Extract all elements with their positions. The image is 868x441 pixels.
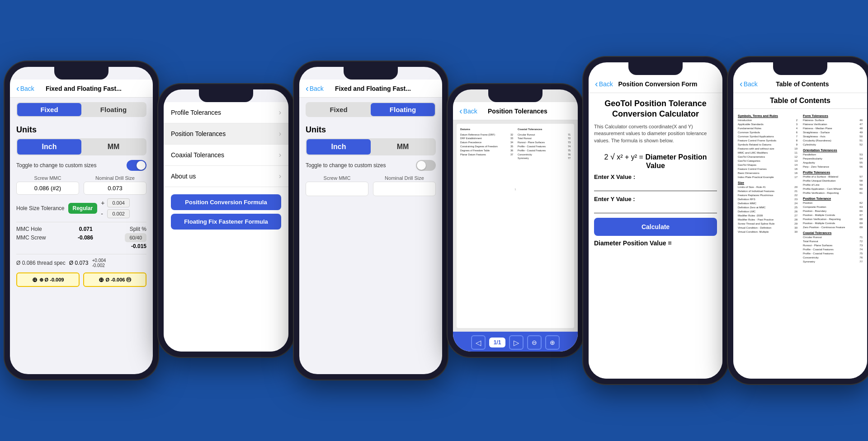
screw-mmc-group: Screw MMC 0.086 (#2) bbox=[16, 175, 79, 195]
unit-mm-1[interactable]: MM bbox=[81, 139, 146, 155]
plus-box[interactable]: 0.004 bbox=[107, 198, 130, 207]
seg-floating-1[interactable]: Floating bbox=[81, 103, 146, 116]
toc-left-col: Symbols, Terms and Rules Introduction2 A… bbox=[738, 113, 797, 264]
toc-entry: Profile of a Surface - Bilateral57 bbox=[803, 175, 863, 179]
pdf-zoom-out-btn[interactable]: ⊖ bbox=[527, 335, 542, 350]
menu-item-position[interactable]: Position Tolerances › bbox=[164, 123, 288, 145]
mmc-screw-label: MMC Screw bbox=[16, 235, 46, 241]
split-btn[interactable]: 60/40 bbox=[125, 233, 146, 242]
regular-button[interactable]: Regular bbox=[68, 203, 98, 214]
mmc-screw-row: MMC Screw -0.086 60/40 bbox=[16, 233, 146, 242]
back-button-3[interactable]: Back bbox=[306, 83, 324, 94]
menu-item-coaxial[interactable]: Coaxial Tolerances › bbox=[164, 145, 288, 166]
input-row-top-1: Screw MMC 0.086 (#2) Nominal Drill Size … bbox=[10, 174, 153, 197]
back-button-6[interactable]: Back bbox=[740, 79, 758, 89]
menu-item-about[interactable]: About us › bbox=[164, 166, 288, 187]
toc-entry: Features with and without size10 bbox=[738, 147, 797, 151]
toc-entry: Modifier Rules - Past Practice28 bbox=[738, 218, 797, 222]
form-desc: This Calculator converts coordinate(X an… bbox=[594, 123, 717, 144]
unit-inch-1[interactable]: Inch bbox=[17, 139, 81, 155]
divider-2 bbox=[16, 254, 146, 254]
back-button-4[interactable]: Back bbox=[459, 106, 477, 116]
seg-fixed-3[interactable]: Fixed bbox=[307, 103, 371, 116]
toc-entry: Profile Application - Cam Wheel60 bbox=[803, 187, 863, 191]
notch-2 bbox=[199, 89, 253, 102]
minus-row: - 0.002 bbox=[101, 209, 130, 218]
screw-mmc-input[interactable]: 0.086 (#2) bbox=[16, 182, 79, 195]
back-button-1[interactable]: Back bbox=[16, 83, 34, 94]
pdf-page: Datums Datum Reference Frame (DRF) 32 DR… bbox=[457, 124, 574, 328]
nominal-drill-input[interactable]: 0.073 bbox=[84, 182, 146, 195]
form-screen: GeoTol Position Tolerance Conversion Cal… bbox=[589, 93, 722, 379]
minus-box[interactable]: 0.002 bbox=[107, 209, 130, 218]
nominal-drill-input-3[interactable] bbox=[373, 182, 436, 196]
toc-entry: Zero Position - Continuous Feature69 bbox=[803, 225, 863, 230]
seg-fixed-1[interactable]: Fixed bbox=[17, 103, 81, 116]
nav-bar-3: Back Fixed and Floating Fast... bbox=[299, 80, 442, 98]
phone-6: Back Table of Contents Table of Contents… bbox=[728, 57, 868, 384]
toc-entry: Flatness Verification47 bbox=[803, 122, 863, 127]
chevron-coaxial: › bbox=[279, 151, 281, 159]
phone-4: Back Position Tolerances Datums Datum Re… bbox=[448, 84, 583, 357]
pdf-next-btn[interactable]: ▷ bbox=[509, 335, 524, 350]
unit-inch-3[interactable]: Inch bbox=[307, 139, 371, 155]
toc-screen: Table of Contents Symbols, Terms and Rul… bbox=[733, 93, 867, 379]
floating-fix-btn[interactable]: Floating Fix Fastener Formula bbox=[171, 214, 281, 230]
toc-entry: Index Plate Practical Example17 bbox=[738, 175, 797, 179]
y-input[interactable] bbox=[594, 204, 717, 213]
toc-entry: Cylindricity52 bbox=[803, 143, 863, 147]
toc-entry: Symmetry77 bbox=[803, 260, 863, 264]
toc-entry: Profile of Line59 bbox=[803, 183, 863, 187]
toc-entry: Position - Boundary66 bbox=[803, 209, 863, 213]
toc-entry: Feature Replaces Plus/minus22 bbox=[738, 193, 797, 197]
nominal-drill-group-3: Nominal Drill Size bbox=[373, 175, 436, 196]
toc-entry: Perp - Zero Tolerance56 bbox=[803, 165, 863, 169]
toc-entry: Introduction2 bbox=[738, 118, 797, 122]
toc-entry: Circularity (Roundness)51 bbox=[803, 139, 863, 143]
toc-entry: Modifier Rules -200927 bbox=[738, 214, 797, 218]
units-label-1: Units bbox=[10, 122, 153, 136]
mmc-hole-label: MMC Hole bbox=[16, 226, 42, 232]
toggle-switch-1[interactable] bbox=[127, 160, 146, 171]
pdf-screen: Datums Datum Reference Frame (DRF) 32 DR… bbox=[453, 120, 578, 352]
nav-bar-4: Back Position Tolerances bbox=[453, 102, 578, 120]
form-title: GeoTol Position Tolerance Conversion Cal… bbox=[594, 99, 717, 120]
toggle-label-1: Toggle to change to custom sizes bbox=[16, 162, 96, 169]
toc-grid: Symbols, Terms and Rules Introduction2 A… bbox=[738, 113, 863, 264]
toc-entry: Definition RFS23 bbox=[738, 197, 797, 202]
toc-section-size: Size bbox=[738, 181, 797, 184]
back-button-5[interactable]: Back bbox=[595, 79, 613, 89]
nav-bar-6: Back Table of Contents bbox=[733, 75, 867, 93]
nav-title-5: Position Conversion Form bbox=[613, 80, 703, 88]
unit-mm-3[interactable]: MM bbox=[371, 139, 435, 155]
pdf-toolbar: ◁ 1/1 ▷ ⊖ ⊕ bbox=[453, 332, 578, 352]
menu-screen: Profile Tolerances › Position Tolerances… bbox=[164, 102, 288, 352]
seg-floating-3[interactable]: Floating bbox=[371, 103, 435, 116]
toggle-switch-3[interactable] bbox=[416, 160, 436, 171]
position-conversion-btn[interactable]: Position Conversion Formula bbox=[171, 194, 281, 210]
chevron-profile: › bbox=[279, 108, 281, 117]
menu-item-profile[interactable]: Profile Tolerances › bbox=[164, 102, 288, 123]
y-label: Enter Y Value : bbox=[594, 196, 717, 202]
thread-val: Ø 0.073 bbox=[69, 260, 89, 266]
toc-title: Table of Contents bbox=[733, 93, 867, 109]
x-input[interactable] bbox=[594, 182, 717, 191]
toggle-row-3: Toggle to change to custom sizes bbox=[299, 157, 442, 174]
toc-entry: Common Symbols6 bbox=[738, 131, 797, 135]
notch-3 bbox=[344, 67, 398, 80]
nav-title-6: Table of Contents bbox=[758, 80, 847, 88]
chevron-position: › bbox=[279, 130, 281, 138]
screw-mmc-input-3[interactable] bbox=[306, 182, 368, 196]
calculate-btn[interactable]: Calculate bbox=[594, 218, 717, 236]
toc-entry: Straightness - Surface49 bbox=[803, 131, 863, 135]
result-val-2: Ø -0.006 ⓜ bbox=[106, 277, 132, 283]
toc-section-symbols: Symbols, Terms and Rules bbox=[738, 114, 797, 117]
nav-bar-1: Back Fixed and Floating Fast... bbox=[10, 80, 153, 98]
toc-entry: Profile Verification - Reporting61 bbox=[803, 191, 863, 195]
pdf-zoom-in-btn[interactable]: ⊕ bbox=[545, 335, 560, 350]
split-label: Split % bbox=[130, 226, 146, 232]
screw-mmc-label: Screw MMC bbox=[16, 175, 79, 181]
toc-entry: Circular Runout71 bbox=[803, 235, 863, 239]
phone-3: Back Fixed and Floating Fast... Fixed Fl… bbox=[294, 61, 448, 380]
pdf-prev-btn[interactable]: ◁ bbox=[471, 335, 486, 350]
